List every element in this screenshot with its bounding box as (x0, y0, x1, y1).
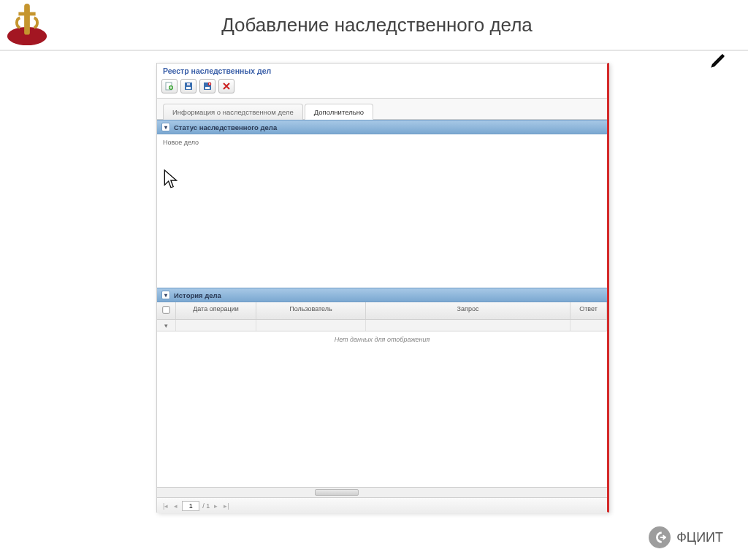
history-section-title: История дела (174, 291, 221, 299)
app-title: Реестр наследственных дел (157, 64, 607, 77)
status-section-title: Статус наследственного дела (174, 123, 277, 131)
history-filter-row: ▾ (157, 320, 607, 331)
chevron-down-icon[interactable]: ▾ (161, 123, 170, 131)
scrollbar-thumb[interactable] (315, 489, 359, 496)
pen-icon (710, 53, 726, 69)
page-plus-icon (165, 82, 174, 91)
column-request[interactable]: Запрос (366, 302, 570, 319)
filter-icon[interactable]: ▾ (157, 320, 176, 331)
close-icon (223, 83, 230, 90)
svg-rect-7 (187, 83, 190, 85)
tab-additional[interactable]: Дополнительно (305, 104, 373, 120)
diskette-icon (184, 82, 193, 91)
pager-first-button[interactable]: |◂ (161, 502, 169, 510)
history-section-header[interactable]: ▾ История дела (157, 288, 607, 302)
diskette-close-icon (203, 82, 212, 91)
tab-panel-additional: ▾ Статус наследственного дела Новое дело… (157, 119, 607, 513)
close-button[interactable] (218, 79, 234, 93)
svg-rect-9 (205, 87, 210, 89)
svg-rect-6 (186, 87, 191, 89)
footer-brand: ФЦИИТ (649, 526, 723, 548)
brand-icon (649, 526, 671, 548)
status-value: Новое дело (157, 134, 607, 150)
page-header: Добавление наследственного дела (0, 0, 748, 51)
svg-rect-1 (24, 7, 30, 35)
svg-point-2 (24, 4, 30, 9)
history-grid-body: Нет данных для отображения (157, 331, 607, 487)
select-all-checkbox[interactable] (162, 306, 169, 313)
history-section: ▾ История дела Дата операции Пользовател… (157, 288, 607, 513)
organization-logo (4, 2, 50, 47)
pager-next-button[interactable]: ▸ (213, 502, 219, 510)
column-user[interactable]: Пользователь (256, 302, 366, 319)
pager-last-button[interactable]: ▸| (222, 502, 230, 510)
pager-total-label: / 1 (202, 502, 210, 510)
tabstrip: Информация о наследственном деле Дополни… (157, 99, 607, 119)
chevron-down-icon[interactable]: ▾ (161, 291, 170, 299)
pager: |◂ ◂ / 1 ▸ ▸| (157, 497, 607, 513)
new-button[interactable] (161, 79, 178, 93)
column-date[interactable]: Дата операции (176, 302, 256, 319)
tab-info[interactable]: Информация о наследственном деле (163, 104, 303, 120)
horizontal-scrollbar[interactable] (157, 487, 607, 497)
column-checkbox[interactable] (157, 302, 176, 319)
status-section: ▾ Статус наследственного дела Новое дело (157, 120, 607, 288)
history-grid-header: Дата операции Пользователь Запрос Ответ (157, 302, 607, 320)
status-section-header[interactable]: ▾ Статус наследственного дела (157, 120, 607, 134)
page-title: Добавление наследственного дела (57, 14, 748, 37)
save-button[interactable] (180, 79, 196, 93)
app-window: Реестр наследственных дел (156, 63, 609, 513)
save-close-button[interactable] (199, 79, 215, 93)
toolbar (157, 77, 607, 99)
no-data-message: Нет данных для отображения (157, 331, 607, 348)
column-response[interactable]: Ответ (570, 302, 607, 319)
brand-label: ФЦИИТ (676, 530, 723, 545)
pager-prev-button[interactable]: ◂ (172, 502, 179, 510)
pager-page-input[interactable] (182, 501, 199, 511)
